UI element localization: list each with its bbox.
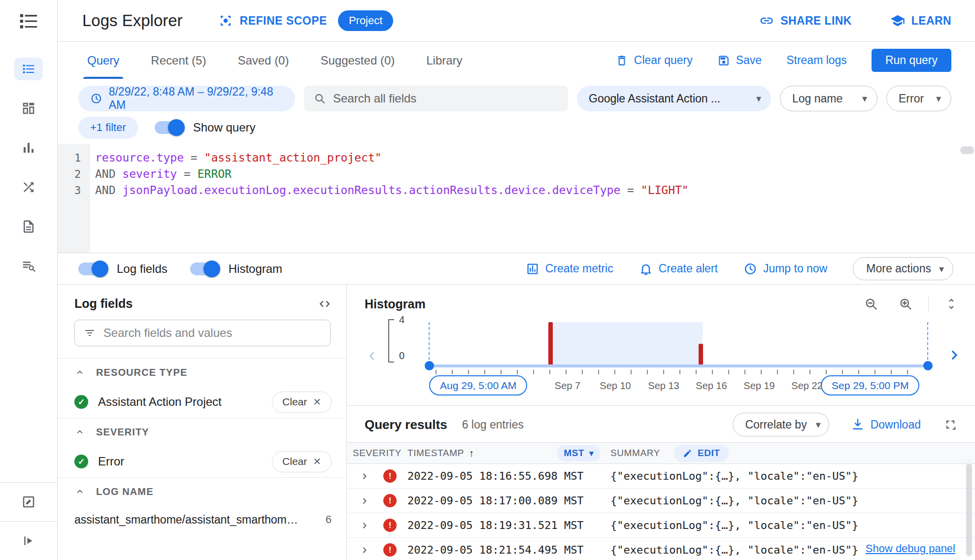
tab-recent[interactable]: Recent (5): [142, 42, 215, 79]
results-scrollbar-thumb[interactable]: [966, 464, 972, 556]
histogram-toolbar: [864, 296, 958, 311]
share-link-label: SHARE LINK: [780, 14, 852, 28]
send-feedback-icon[interactable]: [14, 491, 43, 513]
x-tick-label: Sep 13: [648, 380, 679, 392]
extra-filters-chip[interactable]: +1 filter: [78, 117, 138, 139]
edit-summary-button[interactable]: EDIT: [674, 445, 729, 462]
log-timestamp: 2022-09-05 18:16:55.698 MST: [407, 470, 610, 482]
range-end-label: Sep 29, 5:00 PM: [832, 380, 908, 392]
zoom-out-button[interactable]: [864, 297, 878, 311]
histogram-plot[interactable]: [429, 322, 928, 365]
search-all-fields: [304, 86, 568, 111]
run-query-button[interactable]: Run query: [872, 49, 951, 72]
nav-logs-router-icon[interactable]: [14, 176, 43, 198]
create-metric-icon: [526, 262, 539, 276]
tab-recent-label: Recent (5): [151, 54, 206, 67]
log-fields-toggle[interactable]: [78, 263, 107, 275]
check-circle-icon: ✓: [74, 455, 88, 468]
resource-filter-dropdown[interactable]: Google Assistant Action ... ▾: [577, 86, 771, 111]
timezone-dropdown[interactable]: MST ▾: [557, 445, 601, 461]
more-actions-button[interactable]: More actions ▾: [853, 257, 953, 280]
expand-row-icon[interactable]: [352, 470, 377, 482]
slider-handle-end[interactable]: [923, 361, 933, 370]
trash-icon: [615, 54, 628, 67]
log-name-section-header[interactable]: LOG NAME: [58, 478, 346, 505]
log-entry-row[interactable]: ! 2022-09-05 18:17:00.089 MST {"executio…: [347, 489, 975, 513]
stream-logs-button[interactable]: Stream logs: [786, 54, 847, 67]
chevron-right-icon: [945, 346, 964, 364]
log-entry-row[interactable]: ! 2022-09-05 18:19:31.521 MST {"executio…: [347, 513, 975, 538]
nav-logs-metrics-icon[interactable]: [14, 136, 43, 159]
histogram-title: Histogram: [365, 297, 426, 311]
refine-scope-button[interactable]: REFINE SCOPE: [218, 13, 327, 28]
editor-scrollbar[interactable]: [960, 146, 974, 154]
code-brackets-icon[interactable]: [318, 297, 332, 311]
show-debug-panel-link[interactable]: Show debug panel: [858, 542, 955, 555]
filter-bar-secondary: +1 filter Show query: [58, 111, 975, 144]
create-alert-button[interactable]: Create alert: [639, 262, 718, 276]
clear-resource-type-button[interactable]: Clear ✕: [272, 392, 332, 413]
resource-type-section-header[interactable]: RESOURCE TYPE: [58, 359, 346, 386]
log-fields-search-input[interactable]: [103, 326, 321, 340]
range-start-chip[interactable]: Aug 29, 5:00 AM: [429, 375, 527, 395]
jump-to-now-label: Jump to now: [763, 262, 827, 275]
create-metric-label: Create metric: [545, 262, 613, 275]
histogram-bar: [548, 322, 553, 365]
create-metric-button[interactable]: Create metric: [526, 262, 613, 276]
download-button[interactable]: Download: [851, 418, 921, 431]
log-fields-panel: Log fields RESOURCE TYPE ✓: [58, 285, 347, 560]
log-fields-toggle-label: Log fields: [117, 262, 168, 276]
correlate-by-dropdown[interactable]: Correlate by ▾: [733, 413, 829, 436]
selection-region[interactable]: [550, 322, 703, 365]
tab-suggested[interactable]: Suggested (0): [311, 42, 403, 79]
histogram-prev-button[interactable]: [364, 348, 380, 364]
expand-row-icon[interactable]: [352, 544, 377, 556]
time-slider-track[interactable]: [426, 364, 931, 367]
share-link-button[interactable]: SHARE LINK: [759, 13, 852, 28]
time-range-chip[interactable]: 8/29/22, 8:48 AM – 9/29/22, 9:48 AM: [78, 86, 295, 111]
learn-button[interactable]: LEARN: [890, 13, 951, 28]
log-name-item[interactable]: assistant_smarthome/assistant_smarthom… …: [58, 505, 346, 534]
severity-section-header[interactable]: SEVERITY: [58, 418, 346, 446]
log-entry-row[interactable]: ! 2022-09-05 18:16:55.698 MST {"executio…: [347, 464, 975, 489]
tab-actions: Clear query Save Stream logs Run query: [615, 42, 951, 79]
search-all-fields-input[interactable]: [333, 92, 558, 105]
cloud-logging-logo[interactable]: [0, 0, 57, 42]
nav-log-analytics-icon[interactable]: [14, 255, 43, 277]
clear-query-button[interactable]: Clear query: [615, 54, 693, 67]
nav-logs-explorer-icon[interactable]: [14, 58, 43, 80]
code-token: "assistant_action_project": [204, 151, 382, 164]
tab-saved[interactable]: Saved (0): [229, 42, 298, 79]
range-end-chip[interactable]: Sep 29, 5:00 PM: [821, 375, 919, 395]
severity-filter-dropdown[interactable]: Error ▾: [886, 86, 951, 111]
fullscreen-button[interactable]: [943, 418, 957, 431]
slider-handle-start[interactable]: [425, 361, 434, 370]
jump-to-now-button[interactable]: Jump to now: [743, 262, 827, 276]
histogram-next-button[interactable]: [945, 346, 964, 364]
histogram-toggle[interactable]: [190, 263, 219, 275]
nav-logs-dashboard-icon[interactable]: [14, 97, 43, 120]
log-summary: {"executionLog":{…}, "locale":"en-US"}: [610, 470, 975, 482]
save-button[interactable]: Save: [717, 54, 762, 67]
scope-badge[interactable]: Project: [338, 10, 393, 31]
timestamp-header-label[interactable]: TIMESTAMP: [407, 448, 464, 459]
histogram-toggle-label: Histogram: [229, 262, 282, 276]
show-query-toggle[interactable]: [155, 121, 183, 134]
clear-severity-button[interactable]: Clear ✕: [272, 451, 332, 472]
tab-query[interactable]: Query: [78, 42, 128, 79]
query-code-area[interactable]: resource.type = "assistant_action_projec…: [90, 144, 975, 253]
log-name-filter-dropdown[interactable]: Log name ▾: [780, 86, 877, 111]
nav-logs-storage-icon[interactable]: [14, 215, 43, 238]
panel-expand-icon: [21, 533, 36, 548]
expand-row-icon[interactable]: [352, 495, 377, 507]
log-fields-header: Log fields: [58, 285, 346, 320]
tab-query-label: Query: [87, 54, 119, 67]
expand-row-icon[interactable]: [352, 520, 377, 531]
expand-histogram-button[interactable]: [944, 297, 958, 311]
sort-ascending-icon[interactable]: ↑: [469, 448, 474, 459]
expand-rail-icon[interactable]: [14, 529, 43, 552]
zoom-in-button[interactable]: [899, 297, 912, 311]
tab-library[interactable]: Library: [417, 42, 471, 79]
filter-bar: 8/29/22, 8:48 AM – 9/29/22, 9:48 AM Goog…: [58, 79, 975, 111]
resource-type-item-label: Assistant Action Project: [98, 395, 222, 409]
